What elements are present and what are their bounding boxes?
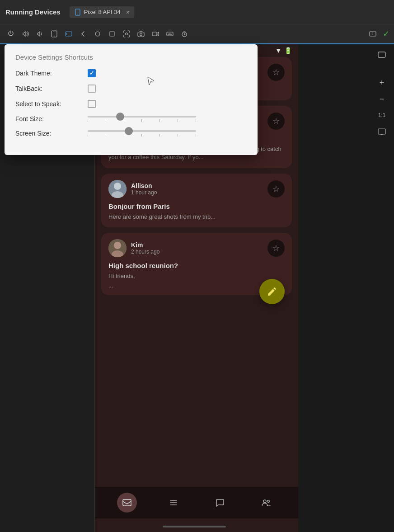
settings-title: Device Settings Shortcuts [15,53,247,61]
select-to-speak-checkbox[interactable] [88,100,96,108]
talkback-label: TalkBack: [15,85,88,92]
people-icon[interactable] [256,493,276,513]
kim-subject: High school reunion? [108,262,285,269]
talkback-checkbox[interactable] [88,85,96,93]
svg-point-1 [77,14,78,14]
font-size-slider-track[interactable] [88,116,196,118]
top-bar: Running Devices Pixel 8 API 34 × [0,0,394,24]
chat-icon[interactable] [210,493,230,513]
talkback-row: TalkBack: [15,85,247,93]
kim-dots: ... [108,282,285,289]
partial-star-button[interactable]: ☆ [267,64,285,81]
svg-point-9 [126,33,128,35]
kim-sender-name: Kim [131,241,267,249]
rotate-icon[interactable] [62,28,75,40]
plus-icon: + [380,78,385,88]
dark-theme-row: Dark Theme: [15,69,247,77]
toolbar-right: ✓ [366,28,389,40]
screen-size-slider-thumb[interactable] [125,127,133,135]
screenshot-icon[interactable] [120,28,133,40]
kim-sender-time: 2 hours ago [131,249,267,255]
svg-line-20 [184,34,185,35]
compose-fab[interactable] [259,279,285,304]
screen-size-row: Screen Size: [15,130,247,137]
svg-point-11 [140,33,142,36]
kim-sender-info: Kim 2 hours ago [131,241,267,255]
nav-inbox[interactable] [117,493,137,513]
power-icon[interactable] [5,28,17,40]
home-icon[interactable] [91,28,104,40]
svg-rect-36 [123,499,131,506]
svg-rect-42 [378,52,385,57]
screen-size-ticks [88,134,196,137]
minus-icon: − [380,94,385,104]
allison-star-button[interactable]: ☆ [267,180,285,198]
kim-star-button[interactable]: ☆ [267,240,285,257]
nav-chat[interactable] [210,493,230,513]
device-tab-label: Pixel 8 API 34 [84,9,121,15]
device-frame-icon[interactable] [48,28,61,40]
font-size-ticks [88,119,196,122]
dark-theme-label: Dark Theme: [15,70,88,77]
zoom-out-button[interactable]: − [375,92,389,106]
font-size-slider-container [88,116,247,122]
email-card-allison[interactable]: Allison 1 hour ago ☆ Bonjour from Paris … [101,174,292,227]
device-tab-icon [74,9,81,16]
svg-point-41 [267,500,269,503]
timer-icon[interactable] [178,28,191,40]
font-size-slider-thumb[interactable] [116,113,124,121]
volume-down-icon[interactable] [33,28,46,40]
check-icon: ✓ [383,29,389,39]
allison-card-wrapper: Allison 1 hour ago ☆ Bonjour from Paris … [95,174,298,227]
battery-icon: 🔋 [284,47,292,54]
dark-theme-checkbox[interactable] [88,69,96,77]
allison-sender-name: Allison [131,182,267,189]
nav-people[interactable] [256,493,276,513]
select-to-speak-row: Select to Speak: [15,100,247,108]
volume-up-icon[interactable] [19,28,32,40]
scroll-indicator [163,526,226,527]
app-title: Running Devices [5,8,61,16]
mirror-icon[interactable] [366,28,379,40]
inbox-icon[interactable] [117,493,137,513]
screen-size-slider-track[interactable] [88,130,196,132]
recents-icon[interactable] [106,28,118,40]
svg-rect-8 [110,32,114,36]
zoom-in-button[interactable]: + [375,76,389,89]
allison-sender-time: 1 hour ago [131,189,267,196]
back-icon[interactable] [77,28,89,40]
svg-point-4 [54,36,54,36]
svg-rect-43 [378,129,385,134]
screen-icon-button[interactable] [375,125,389,138]
right-panel: + − 1:1 [373,44,390,142]
allison-subject: Bonjour from Paris [108,202,285,210]
screen-size-slider-container [88,130,247,137]
font-size-row: Font Size: [15,115,247,122]
email-card-kim[interactable]: Kim 2 hours ago ☆ High school reunion? H… [101,233,292,295]
svg-point-34 [114,242,121,249]
keyboard-icon[interactable] [164,28,176,40]
close-tab-button[interactable]: × [126,9,130,16]
select-to-speak-label: Select to Speak: [15,100,88,108]
allison-header: Allison 1 hour ago ☆ [108,180,285,198]
svg-point-40 [263,500,266,503]
avatar-kim [108,239,127,257]
ali-star-button[interactable]: ☆ [267,113,285,130]
device-tab[interactable]: Pixel 8 API 34 × [70,6,134,18]
screen-size-label: Screen Size: [15,130,88,137]
toolbar: ✓ [0,24,394,44]
camera-icon[interactable] [135,28,147,40]
zoom-label: 1:1 [378,112,386,118]
svg-rect-13 [167,32,173,36]
allison-preview: Here are some great shots from my trip..… [108,213,285,221]
screen-mirror-button[interactable] [375,48,389,61]
kim-header: Kim 2 hours ago ☆ [108,239,285,257]
kim-card-wrapper: Kim 2 hours ago ☆ High school reunion? H… [95,233,298,295]
avatar-allison [108,180,127,198]
nav-list[interactable] [164,493,183,513]
settings-overlay: Device Settings Shortcuts Dark Theme: Ta… [5,44,258,155]
allison-sender-info: Allison 1 hour ago [131,182,267,196]
video-icon[interactable] [149,28,162,40]
list-icon[interactable] [164,493,183,513]
font-size-label: Font Size: [15,115,88,122]
